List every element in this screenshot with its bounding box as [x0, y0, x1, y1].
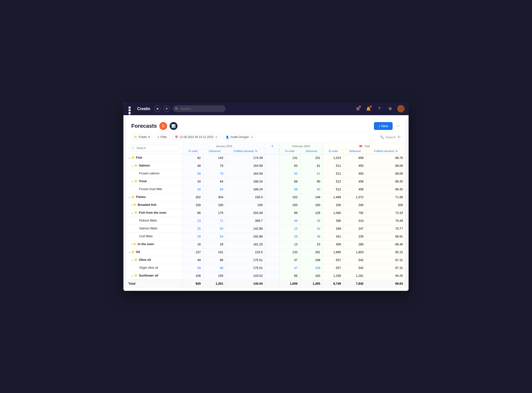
folder-icon: 📁: [134, 164, 138, 167]
feb-delivered-header[interactable]: Delivered: [300, 149, 323, 154]
row-label[interactable]: ›📁Breaded fish: [126, 201, 183, 209]
total-tot-del: 7,842: [343, 280, 366, 288]
jan-delivered-cell[interactable]: 79: [203, 170, 226, 178]
feb-to-order-cell[interactable]: 63: [279, 170, 300, 178]
jan-delivered-cell[interactable]: 71: [203, 217, 226, 225]
new-button[interactable]: + New: [374, 122, 393, 130]
jan-delivered-cell: 143: [203, 154, 226, 162]
row-label-text: Fishes: [136, 195, 146, 199]
grid-menu-icon[interactable]: [127, 105, 134, 112]
page-header: Forecasts ☰ 📊 + New ···: [126, 118, 406, 132]
date-range-label: 12.08.2022 till 14.12.2023: [179, 135, 213, 139]
refresh-button[interactable]: ↻: [398, 135, 401, 139]
jan-delivered-cell[interactable]: 64: [203, 185, 226, 193]
jan-to-order-cell[interactable]: 48: [183, 170, 203, 178]
jan-to-order-cell[interactable]: 28: [183, 233, 203, 240]
feb-delivered-cell[interactable]: 42: [300, 225, 323, 233]
folder-icon: 📁: [134, 274, 138, 277]
jan-to-order-cell[interactable]: 35: [183, 225, 203, 233]
tot-to-order-cell: 557: [323, 256, 343, 264]
feb-delivered-cell[interactable]: 108: [300, 264, 323, 272]
feb-delivered-cell[interactable]: 48: [300, 233, 323, 240]
row-label[interactable]: ⌄📁Salmon: [126, 162, 183, 170]
date-range-chip[interactable]: 📅 12.08.2022 till 14.12.2023 ✕: [172, 134, 221, 140]
user-filter-chip[interactable]: 👤 Andie Dovgan ✕: [223, 134, 256, 140]
feb-delivered-cell: 149: [300, 193, 323, 201]
jan-fulfilled-cell: 188.24: [226, 185, 265, 193]
chart-view-button[interactable]: 📊: [170, 122, 177, 130]
folder-icon: 📁: [134, 180, 138, 183]
add-col-jan[interactable]: +: [265, 142, 280, 149]
row-label-text: Sunflower oil: [139, 274, 158, 277]
tot-fulfilled-cell: 97.31: [366, 256, 405, 264]
feb-to-order-cell[interactable]: 15: [279, 225, 300, 233]
tot-to-order-cell: 512: [323, 178, 343, 185]
row-label-text: Frosen salmon: [139, 172, 160, 175]
filter-chip[interactable]: ≡ Filter: [155, 134, 170, 140]
jan-fulfilled-cell: 181.25: [226, 240, 265, 248]
folder-icon: 📁: [131, 250, 135, 254]
row-label[interactable]: ⌄📁Fishes: [126, 193, 183, 201]
jan-delivered-cell[interactable]: 50: [203, 225, 226, 233]
feb-to-order-cell[interactable]: 26: [279, 233, 300, 240]
date-range-close[interactable]: ✕: [215, 135, 218, 139]
jan-delivered-cell[interactable]: 54: [203, 233, 226, 240]
tot-delivered-cell: 1,261: [343, 272, 366, 280]
feb-delivered-cell[interactable]: 90: [300, 185, 323, 193]
add-tab-button[interactable]: +: [163, 106, 170, 112]
feb-to-order-cell[interactable]: 68: [279, 185, 300, 193]
jan-delivered-cell: 175: [203, 209, 226, 217]
chevron-down-icon: ⌄: [131, 274, 133, 277]
tot-to-order-header: To order: [323, 149, 343, 154]
tot-to-order-cell: 511: [323, 170, 343, 178]
jan-to-order-cell[interactable]: 34: [183, 185, 203, 193]
jan-delivered-cell[interactable]: 86: [203, 264, 226, 272]
tot-delivered-cell: 908: [343, 154, 366, 162]
folder-icon: 📁: [131, 195, 135, 199]
global-search-input[interactable]: [173, 105, 225, 112]
settings-icon[interactable]: ⚙: [386, 105, 394, 112]
total-tot-to: 8,749: [323, 280, 343, 288]
row-label[interactable]: ›📁In the oven: [126, 240, 183, 248]
feb-delivered-cell[interactable]: 36: [300, 217, 323, 225]
notifications-icon[interactable]: 🔔: [365, 105, 372, 112]
jan-to-order-header[interactable]: To order: [183, 149, 203, 154]
jan-fulfilled-cell: 175.51: [226, 256, 265, 264]
tot-to-order-cell: 512: [323, 185, 343, 193]
chevron-down-icon: ⌄: [131, 164, 133, 167]
feb-delivered-cell[interactable]: 61: [300, 170, 323, 178]
feb-to-order-header[interactable]: To order: [279, 149, 300, 154]
row-label[interactable]: ⌄📁Fish from the oven: [126, 209, 183, 217]
row-label[interactable]: ⌄📁Oil: [126, 248, 183, 256]
jan-to-order-cell[interactable]: 23: [183, 217, 203, 225]
row-label[interactable]: ⌄📁Sunflower oil: [126, 272, 183, 280]
tot-delivered-cell: 280: [343, 240, 366, 248]
folder-filter-chip[interactable]: 📁 Folder ▾: [131, 134, 152, 140]
row-label-text: Fish from the oven: [139, 211, 166, 214]
search-button[interactable]: 🔍 Search: [380, 135, 396, 139]
play-button[interactable]: [154, 106, 161, 112]
jan-add-cell: [265, 225, 280, 233]
jan-to-order-cell[interactable]: 49: [183, 264, 203, 272]
search-icon: 🔍: [380, 135, 384, 139]
tot-fulfilled-cell: 79.49: [366, 217, 405, 225]
add-column-jan-icon[interactable]: +: [270, 144, 275, 148]
feb-delivered-cell: 100: [300, 201, 323, 209]
user-avatar[interactable]: [397, 105, 405, 112]
tot-delivered-cell: 1,803: [343, 248, 366, 256]
row-label[interactable]: ⌄📁Trout: [126, 178, 183, 185]
tot-delivered-header: Delivered: [343, 149, 366, 154]
tot-delivered-cell: 792: [343, 209, 366, 217]
user-close[interactable]: ✕: [251, 135, 253, 139]
more-options-button[interactable]: ···: [395, 122, 401, 129]
row-label[interactable]: ⌄📁Fish: [126, 154, 183, 162]
feb-to-order-cell[interactable]: 47: [279, 264, 300, 272]
help-icon[interactable]: ?: [376, 105, 383, 112]
tot-fulfilled-cell: 73.33: [366, 209, 405, 217]
left-search-input[interactable]: [129, 145, 180, 151]
list-view-button[interactable]: ☰: [159, 122, 167, 130]
row-label[interactable]: ⌄📁Olive oil: [126, 256, 183, 264]
apps-icon[interactable]: ⊞: [354, 105, 361, 112]
jan-delivered-header[interactable]: Delivered: [203, 149, 226, 154]
feb-to-order-cell[interactable]: 48: [279, 217, 300, 225]
